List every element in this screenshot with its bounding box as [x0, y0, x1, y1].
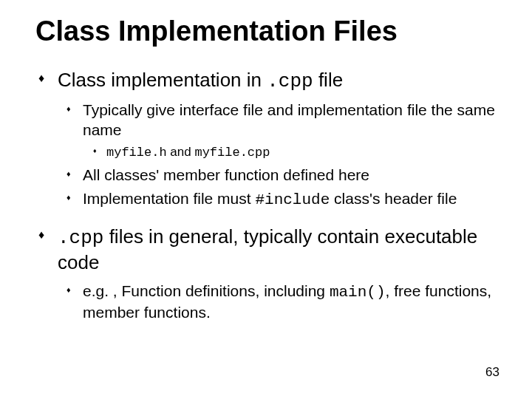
code-run: #include: [255, 191, 330, 208]
bullet-item: e.g. , Function definitions, including m…: [66, 282, 497, 322]
bullet-list-level3: myfile.h and myfile.cpp: [83, 144, 497, 161]
text-run: and: [167, 145, 195, 159]
text-run: files in general, typically contain exec…: [58, 225, 477, 273]
bullet-item: Implementation file must #include class'…: [66, 189, 497, 210]
code-run: .cpp: [58, 227, 103, 249]
page-number: 63: [485, 365, 499, 380]
code-run: myfile.cpp: [194, 146, 270, 160]
page-title: Class Implementation Files: [35, 16, 497, 47]
code-run: .cpp: [267, 70, 313, 92]
bullet-item: Class implementation in .cpp file Typica…: [38, 68, 497, 211]
slide: Class Implementation Files Class impleme…: [0, 0, 532, 399]
text-run: e.g. , Function definitions, including: [83, 282, 330, 299]
text-run: All classes' member function defined her…: [83, 166, 369, 183]
text-run: Implementation file must: [83, 190, 255, 207]
text-run: file: [313, 69, 343, 91]
text-run: Typically give interface file and implem…: [83, 101, 495, 137]
bullet-list-level2: Typically give interface file and implem…: [58, 100, 497, 210]
code-run: main(): [330, 284, 386, 301]
bullet-item: Typically give interface file and implem…: [66, 100, 497, 161]
bullet-list-level1: Class implementation in .cpp file Typica…: [35, 68, 497, 322]
code-run: myfile.h: [106, 146, 167, 160]
bullet-item: myfile.h and myfile.cpp: [93, 144, 497, 161]
text-run: Class implementation in: [58, 69, 267, 91]
bullet-item: All classes' member function defined her…: [66, 166, 497, 185]
bullet-item: .cpp files in general, typically contain…: [38, 225, 497, 322]
text-run: class's header file: [330, 190, 457, 207]
bullet-list-level2: e.g. , Function definitions, including m…: [58, 282, 497, 322]
